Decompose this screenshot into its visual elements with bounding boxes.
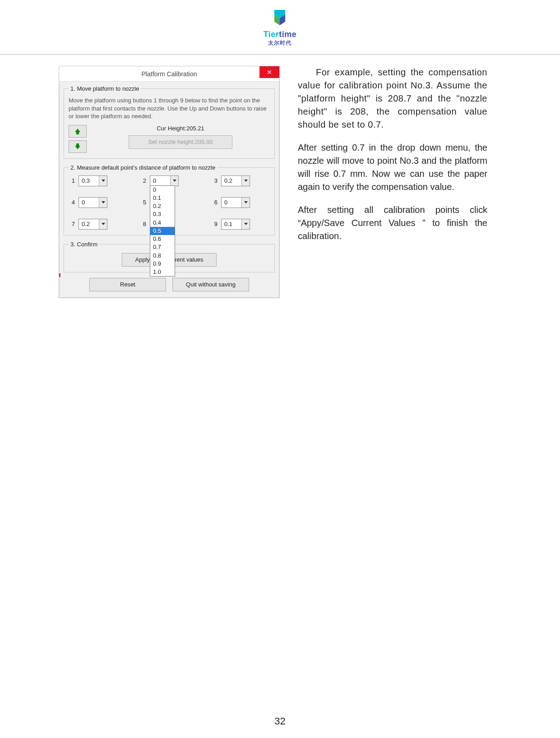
chevron-down-icon: [99, 198, 107, 208]
close-button[interactable]: ✕: [259, 66, 279, 78]
page-number: 32: [0, 715, 560, 727]
point-1-dropdown[interactable]: 0.3: [79, 175, 107, 186]
dialog-titlebar: Platform Calibration ✕: [59, 66, 279, 82]
section-move-platform: 1. Move platform to nozzle Move the plat…: [64, 85, 275, 159]
point-2-cell: 2 0 0 0.1 0.2 0.3 0.4 0.5: [140, 175, 199, 186]
point-number: 4: [69, 199, 75, 206]
dropdown-option[interactable]: 1.0: [150, 268, 175, 276]
point-3-cell: 3 0.2: [211, 175, 270, 186]
chevron-down-icon: [99, 219, 107, 229]
point-number: 5: [140, 199, 146, 206]
reset-button[interactable]: Reset: [89, 278, 166, 291]
dropdown-option[interactable]: 0.6: [150, 235, 175, 243]
point-9-cell: 9 0.1: [211, 219, 270, 230]
platform-calibration-dialog: Platform Calibration ✕ 1. Move platform …: [59, 66, 280, 298]
point-value: 0: [79, 199, 99, 206]
set-nozzle-height-button[interactable]: Set nozzle height:205.00: [129, 135, 232, 149]
section1-legend: 1. Move platform to nozzle: [69, 85, 141, 92]
paragraph-1: For example, setting the compensation va…: [298, 66, 487, 131]
point-number: 6: [211, 199, 218, 206]
point-9-dropdown[interactable]: 0.1: [221, 219, 250, 230]
chevron-down-icon: [170, 176, 178, 186]
dropdown-option[interactable]: 0.7: [150, 243, 175, 251]
dropdown-option[interactable]: 0.1: [150, 194, 175, 202]
accent-strip: [59, 273, 60, 277]
close-icon: ✕: [267, 69, 272, 76]
section-measure-points: 2. Measure default point's distance of p…: [64, 164, 275, 235]
current-height-label: Cur Height:205.21: [91, 125, 270, 132]
instruction-text-column: For example, setting the compensation va…: [298, 66, 487, 253]
point-6-dropdown[interactable]: 0: [221, 197, 250, 208]
compensation-dropdown-list[interactable]: 0 0.1 0.2 0.3 0.4 0.5 0.6 0.7 0.8 0.9 1.…: [150, 185, 175, 277]
point-1-cell: 1 0.3: [69, 175, 127, 186]
point-4-cell: 4 0: [69, 197, 127, 208]
quit-without-saving-button[interactable]: Quit without saving: [172, 278, 249, 291]
paragraph-3: After setting all calibration points cli…: [298, 203, 487, 243]
point-4-dropdown[interactable]: 0: [79, 197, 107, 208]
point-number: 1: [69, 177, 75, 184]
point-value: 0: [150, 177, 170, 184]
dropdown-option[interactable]: 0.3: [150, 210, 175, 218]
brand-logo: Tiertime 太尔时代: [264, 8, 297, 47]
point-2-dropdown[interactable]: 0: [150, 175, 179, 186]
point-7-dropdown[interactable]: 0.2: [79, 219, 107, 230]
section1-instructions: Move the platform using buttons 1 throug…: [69, 97, 270, 120]
dropdown-option[interactable]: 0.2: [150, 202, 175, 210]
point-number: 7: [69, 221, 75, 227]
platform-down-button[interactable]: [69, 140, 87, 153]
brand-name: Tiertime: [264, 30, 297, 39]
brand-subtitle: 太尔时代: [264, 39, 297, 47]
point-3-dropdown[interactable]: 0.2: [221, 175, 250, 186]
section2-legend: 2. Measure default point's distance of p…: [69, 164, 217, 171]
header-rule: [0, 54, 560, 55]
point-7-cell: 7 0.2: [69, 219, 127, 230]
dropdown-option[interactable]: 0.4: [150, 219, 175, 227]
dropdown-option[interactable]: 0.8: [150, 252, 175, 260]
platform-up-button[interactable]: [69, 125, 87, 138]
point-number: 2: [140, 177, 146, 184]
calibration-grid: 1 0.3 2 0 0: [69, 175, 270, 230]
dialog-title: Platform Calibration: [142, 70, 197, 78]
arrow-down-icon: [74, 143, 81, 150]
point-6-cell: 6 0: [211, 197, 270, 208]
chevron-down-icon: [241, 198, 250, 208]
paragraph-2: After setting 0.7 in the drop down menu,…: [298, 141, 487, 194]
arrow-up-icon: [74, 128, 81, 135]
point-number: 3: [211, 177, 218, 184]
dropdown-option[interactable]: 0.9: [150, 260, 175, 268]
chevron-down-icon: [241, 219, 250, 229]
logo-icon: [270, 8, 290, 29]
dropdown-option[interactable]: 0: [150, 186, 175, 194]
point-value: 0.2: [79, 221, 99, 227]
page-header: Tiertime 太尔时代: [0, 0, 560, 51]
chevron-down-icon: [99, 176, 107, 186]
point-value: 0.2: [222, 177, 241, 184]
point-value: 0.3: [79, 177, 99, 184]
dropdown-option-selected[interactable]: 0.5: [150, 227, 175, 235]
chevron-down-icon: [241, 176, 250, 186]
point-value: 0: [222, 199, 241, 206]
section3-legend: 3. Confirm: [69, 241, 99, 248]
point-number: 8: [140, 221, 146, 227]
point-value: 0.1: [222, 221, 241, 227]
point-number: 9: [211, 221, 218, 227]
